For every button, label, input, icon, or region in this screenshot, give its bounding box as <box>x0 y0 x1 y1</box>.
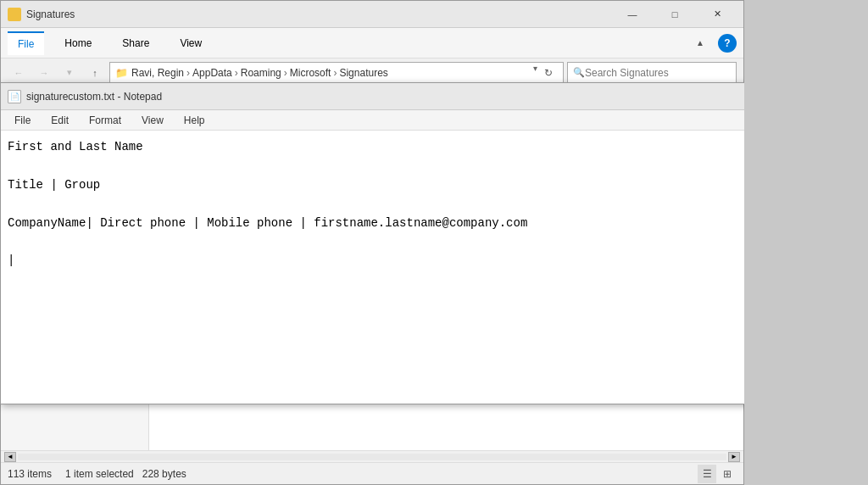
item-count: 113 items <box>8 468 52 480</box>
breadcrumb: Ravi, Regin › AppData › Roaming › Micros… <box>131 67 388 79</box>
explorer-title: Signatures <box>26 8 608 20</box>
view-buttons: ☰ ⊞ <box>698 465 737 483</box>
tab-home[interactable]: Home <box>54 32 102 54</box>
explorer-minimize-button[interactable]: — <box>613 1 652 28</box>
recent-locations-button[interactable]: ▾ <box>58 62 81 84</box>
menu-help[interactable]: Help <box>177 113 212 128</box>
crumb-5: Signatures <box>339 67 387 79</box>
sep-3: › <box>284 67 287 79</box>
notepad-titlebar: 📄 signaturecustom.txt - Notepad — □ ✕ <box>1 83 864 110</box>
notepad-window: 📄 signaturecustom.txt - Notepad — □ ✕ Fi… <box>0 82 865 404</box>
up-button[interactable]: ↑ <box>84 62 106 84</box>
notepad-title: signaturecustom.txt - Notepad <box>26 91 735 103</box>
chevron-icon: ▾ <box>67 67 72 78</box>
explorer-window-controls: — □ ✕ <box>613 1 737 28</box>
sep-4: › <box>333 67 337 79</box>
crumb-1: Ravi, Regin <box>131 67 184 79</box>
menu-view[interactable]: View <box>135 113 170 128</box>
notepad-editor[interactable]: First and Last Name Title | Group Compan… <box>1 131 852 404</box>
text-line-1: First and Last Name <box>8 137 845 156</box>
address-bar[interactable]: 📁 Ravi, Regin › AppData › Roaming › Micr… <box>109 62 564 84</box>
tab-view[interactable]: View <box>170 32 212 54</box>
menu-file[interactable]: File <box>8 113 37 128</box>
sep-2: › <box>235 67 238 79</box>
scroll-track-h[interactable] <box>18 454 726 460</box>
back-icon: ← <box>14 68 24 78</box>
notepad-menubar: File Edit Format View Help <box>1 110 864 131</box>
notepad-app-icon: 📄 <box>8 90 21 103</box>
explorer-ribbon: File Home Share View ▲ ? <box>1 28 743 59</box>
crumb-2: AppData <box>192 67 232 79</box>
scroll-right-button[interactable]: ► <box>728 452 740 462</box>
notepad-body: First and Last Name Title | Group Compan… <box>1 131 864 404</box>
list-view-icon: ⊞ <box>723 468 732 480</box>
explorer-statusbar: 113 items 1 item selected 228 bytes ☰ ⊞ <box>1 462 743 484</box>
forward-button[interactable]: → <box>33 62 55 84</box>
text-cursor: | <box>8 251 845 270</box>
refresh-button[interactable]: ↻ <box>539 64 558 82</box>
text-line-3: CompanyName| Direct phone | Mobile phone… <box>8 214 845 232</box>
search-input[interactable] <box>585 67 731 79</box>
list-view-button[interactable]: ⊞ <box>718 465 737 483</box>
back-button[interactable]: ← <box>8 62 30 84</box>
crumb-3: Roaming <box>241 67 281 79</box>
explorer-titlebar: Signatures — □ ✕ <box>1 1 743 28</box>
address-dropdown-icon: ▾ <box>533 64 537 82</box>
explorer-maximize-button[interactable]: □ <box>655 1 694 28</box>
explorer-folder-icon <box>8 8 21 21</box>
up-icon: ↑ <box>92 68 97 78</box>
refresh-icon: ↻ <box>544 67 553 79</box>
details-view-icon: ☰ <box>703 468 712 480</box>
menu-format[interactable]: Format <box>82 113 128 128</box>
details-view-button[interactable]: ☰ <box>698 465 716 483</box>
tab-file[interactable]: File <box>8 31 44 55</box>
crumb-4: Microsoft <box>290 67 331 79</box>
sep-1: › <box>186 67 190 79</box>
search-box[interactable]: 🔍 <box>567 62 737 84</box>
right-panel <box>744 0 868 485</box>
selection-info: 1 item selected 228 bytes <box>65 468 186 480</box>
explorer-close-button[interactable]: ✕ <box>698 1 737 28</box>
folder-inline-icon: 📁 <box>115 67 128 79</box>
menu-edit[interactable]: Edit <box>44 113 75 128</box>
forward-icon: → <box>40 68 49 78</box>
search-icon: 🔍 <box>573 67 585 78</box>
text-line-2: Title | Group <box>8 176 845 194</box>
scroll-left-button[interactable]: ◄ <box>4 452 16 462</box>
tab-share[interactable]: Share <box>112 32 159 54</box>
help-button[interactable]: ? <box>718 34 737 53</box>
horizontal-scrollbar[interactable]: ◄ ► <box>1 450 743 462</box>
